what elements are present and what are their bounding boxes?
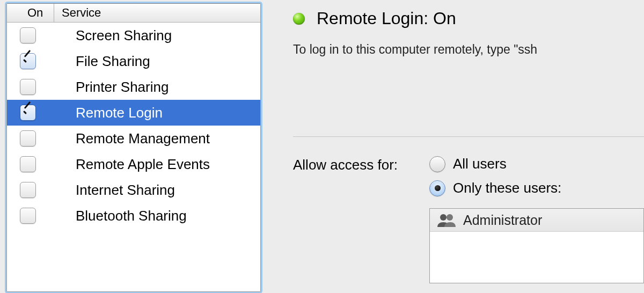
service-row-remote-login[interactable]: Remote Login bbox=[7, 100, 260, 126]
column-header-service[interactable]: Service bbox=[54, 4, 101, 22]
radio-label: All users bbox=[453, 156, 507, 172]
service-row-file-sharing[interactable]: File Sharing bbox=[7, 48, 260, 74]
checkbox-printer-sharing[interactable] bbox=[20, 79, 36, 95]
services-table: On Service Screen Sharing File Sharing P… bbox=[6, 3, 261, 292]
allowed-users-list[interactable]: Administrator bbox=[429, 208, 644, 283]
status-title: Remote Login: On bbox=[317, 9, 456, 28]
service-label: Printer Sharing bbox=[76, 79, 169, 96]
radio-all-users[interactable] bbox=[429, 156, 445, 172]
access-section: Allow access for: All users Only these u… bbox=[293, 156, 644, 283]
divider bbox=[293, 136, 644, 137]
service-label: Remote Login bbox=[76, 105, 163, 121]
user-row-administrators[interactable]: Administrator bbox=[430, 209, 643, 232]
checkbox-remote-management[interactable] bbox=[20, 130, 36, 146]
service-row-bluetooth-sharing[interactable]: Bluetooth Sharing bbox=[7, 203, 260, 229]
radio-label: Only these users: bbox=[453, 180, 561, 196]
services-table-body: Screen Sharing File Sharing Printer Shar… bbox=[7, 23, 260, 291]
svg-point-1 bbox=[447, 214, 453, 221]
checkbox-bluetooth-sharing[interactable] bbox=[20, 208, 36, 224]
radio-option-all-users[interactable]: All users bbox=[429, 156, 561, 172]
service-label: Remote Apple Events bbox=[76, 156, 210, 173]
status-led-icon bbox=[293, 13, 305, 25]
checkbox-internet-sharing[interactable] bbox=[20, 182, 36, 198]
services-table-header: On Service bbox=[7, 4, 260, 23]
radio-only-these-users[interactable] bbox=[429, 180, 445, 196]
checkbox-screen-sharing[interactable] bbox=[20, 27, 36, 43]
checkbox-file-sharing[interactable] bbox=[20, 53, 36, 69]
column-header-on[interactable]: On bbox=[7, 4, 54, 22]
svg-point-0 bbox=[440, 214, 447, 221]
access-label: Allow access for: bbox=[293, 156, 416, 196]
service-label: Bluetooth Sharing bbox=[76, 208, 187, 224]
service-label: Remote Management bbox=[76, 130, 210, 147]
access-radio-group: All users Only these users: bbox=[429, 156, 561, 196]
service-row-remote-management[interactable]: Remote Management bbox=[7, 126, 260, 151]
service-row-internet-sharing[interactable]: Internet Sharing bbox=[7, 177, 260, 203]
service-label: File Sharing bbox=[76, 53, 150, 70]
service-label: Screen Sharing bbox=[76, 27, 172, 44]
checkbox-remote-login[interactable] bbox=[20, 105, 36, 121]
checkbox-remote-apple-events[interactable] bbox=[20, 156, 36, 172]
user-row-label: Administrator bbox=[463, 213, 542, 228]
service-detail-panel: Remote Login: On To log in to this compu… bbox=[261, 0, 644, 293]
service-row-screen-sharing[interactable]: Screen Sharing bbox=[7, 23, 260, 48]
status-row: Remote Login: On bbox=[293, 9, 644, 28]
users-silhouette-icon bbox=[436, 213, 456, 227]
service-label: Internet Sharing bbox=[76, 182, 175, 199]
radio-option-only-these-users[interactable]: Only these users: bbox=[429, 180, 561, 196]
service-row-remote-apple-events[interactable]: Remote Apple Events bbox=[7, 151, 260, 177]
service-row-printer-sharing[interactable]: Printer Sharing bbox=[7, 74, 260, 100]
login-instruction: To log in to this computer remotely, typ… bbox=[293, 42, 644, 57]
